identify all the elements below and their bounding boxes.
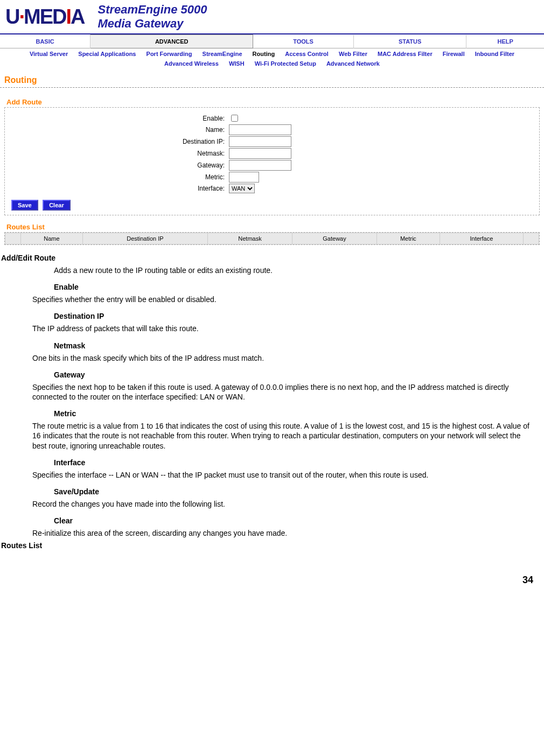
doc-h-save: Save/Update [54, 487, 544, 496]
metric-input[interactable] [229, 172, 259, 183]
doc-p1: Adds a new route to the IP routing table… [54, 265, 544, 275]
doc-h-enable: Enable [54, 283, 544, 291]
doc-p-gateway: Specifies the next hop to be taken if th… [32, 382, 544, 402]
label-name: Name: [9, 126, 229, 134]
doc-h-routeslist: Routes List [0, 541, 544, 550]
subnav-advanced-wireless[interactable]: Advanced Wireless [164, 60, 219, 67]
col-blank-right [524, 233, 539, 244]
subnav-special-applications[interactable]: Special Applications [78, 51, 136, 57]
doc-h-interface: Interface [54, 458, 544, 467]
label-interface: Interface: [9, 185, 229, 192]
add-route-title: Add Route [0, 96, 544, 107]
col-dest: Destination IP [82, 233, 207, 244]
doc-p-interface: Specifies the interface -- LAN or WAN --… [32, 470, 544, 480]
label-enable: Enable: [9, 115, 229, 122]
clear-button[interactable]: Clear [43, 200, 71, 211]
main-nav: BASIC ADVANCED TOOLS STATUS HELP [0, 34, 544, 48]
subnav-streamengine[interactable]: StreamEngine [203, 51, 242, 57]
subnav-wish[interactable]: WISH [229, 60, 245, 67]
doc-p-enable: Specifies whether the entry will be enab… [32, 295, 544, 304]
subnav-virtual-server[interactable]: Virtual Server [30, 51, 68, 57]
interface-select[interactable]: WAN [229, 184, 255, 193]
doc-p-clear: Re-initialize this area of the screen, d… [32, 528, 544, 538]
label-dest-ip: Destination IP: [9, 138, 229, 145]
label-gateway: Gateway: [9, 162, 229, 169]
section-title: Routing [0, 71, 544, 88]
save-button[interactable]: Save [11, 200, 38, 211]
gateway-input[interactable] [229, 160, 291, 171]
subnav-access-control[interactable]: Access Control [285, 51, 329, 57]
doc-h-clear: Clear [54, 516, 544, 525]
doc-p-save: Record the changes you have made into th… [32, 499, 544, 509]
name-input[interactable] [229, 124, 291, 135]
col-interface: Interface [440, 233, 523, 244]
product-title: StreamEngine 5000 Media Gateway [97, 3, 207, 31]
subnav-web-filter[interactable]: Web Filter [339, 51, 367, 57]
doc-h-dest: Destination IP [54, 312, 544, 320]
tab-basic[interactable]: BASIC [0, 35, 90, 48]
doc-section: Add/Edit Route Adds a new route to the I… [0, 245, 544, 558]
sub-nav-row2: Advanced Wireless WISH Wi-Fi Protected S… [0, 59, 544, 71]
doc-h-metric: Metric [54, 409, 544, 418]
routes-list-title: Routes List [0, 221, 544, 232]
routes-list-table: Name Destination IP Netmask Gateway Metr… [4, 232, 540, 245]
subnav-routing[interactable]: Routing [253, 51, 275, 57]
col-name: Name [21, 233, 83, 244]
subnav-advanced-network[interactable]: Advanced Network [326, 60, 380, 67]
doc-h-addedit: Add/Edit Route [0, 254, 544, 262]
col-netmask: Netmask [208, 233, 292, 244]
tab-status[interactable]: STATUS [353, 35, 466, 48]
subnav-firewall[interactable]: Firewall [443, 51, 465, 57]
col-metric: Metric [377, 233, 440, 244]
label-metric: Metric: [9, 173, 229, 181]
logo: U·MEDIA [5, 5, 84, 29]
subnav-wifi-protected[interactable]: Wi-Fi Protected Setup [255, 60, 316, 67]
tab-advanced[interactable]: ADVANCED [90, 35, 253, 48]
add-route-panel: Enable: Name: Destination IP: Netmask: G… [4, 107, 540, 215]
destip-input[interactable] [229, 136, 291, 147]
netmask-input[interactable] [229, 148, 291, 159]
enable-checkbox[interactable] [231, 115, 238, 122]
doc-p-dest: The IP address of packets that will take… [32, 324, 544, 333]
col-gateway: Gateway [292, 233, 377, 244]
doc-p-netmask: One bits in the mask specify which bits … [32, 353, 544, 363]
doc-p-metric: The route metric is a value from 1 to 16… [32, 421, 544, 451]
col-blank-left [5, 233, 21, 244]
tab-tools[interactable]: TOOLS [253, 35, 354, 48]
doc-h-netmask: Netmask [54, 341, 544, 350]
page-number: 34 [0, 558, 544, 591]
page-header: U·MEDIA StreamEngine 5000 Media Gateway [0, 0, 544, 34]
sub-nav-row1: Virtual Server Special Applications Port… [0, 48, 544, 59]
doc-h-gateway: Gateway [54, 370, 544, 379]
subnav-mac-filter[interactable]: MAC Address Filter [378, 51, 433, 57]
label-netmask: Netmask: [9, 150, 229, 157]
tab-help[interactable]: HELP [466, 35, 544, 48]
subnav-inbound-filter[interactable]: Inbound Filter [475, 51, 514, 57]
subnav-port-forwarding[interactable]: Port Forwarding [147, 51, 192, 57]
